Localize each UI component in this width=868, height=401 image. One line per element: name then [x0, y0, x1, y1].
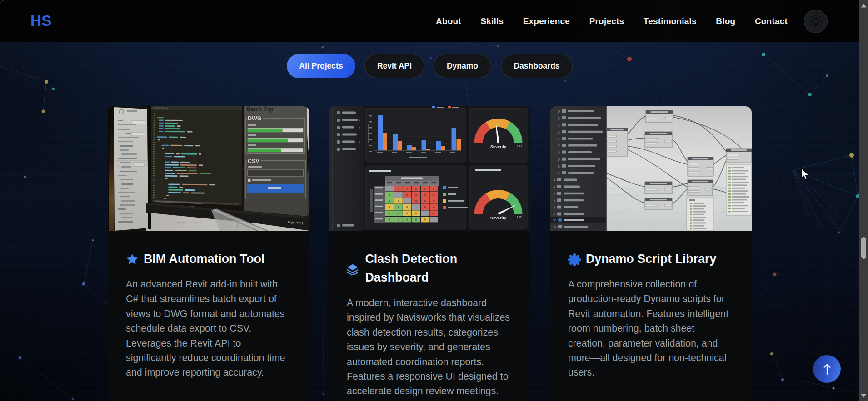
svg-text:Severity: Severity — [490, 144, 506, 149]
svg-text:0: 0 — [478, 146, 479, 149]
svg-text:103: 103 — [517, 144, 522, 148]
svg-text:Severity: Severity — [490, 216, 506, 220]
svg-text:0: 0 — [478, 218, 479, 221]
svg-text:103: 103 — [517, 216, 522, 219]
